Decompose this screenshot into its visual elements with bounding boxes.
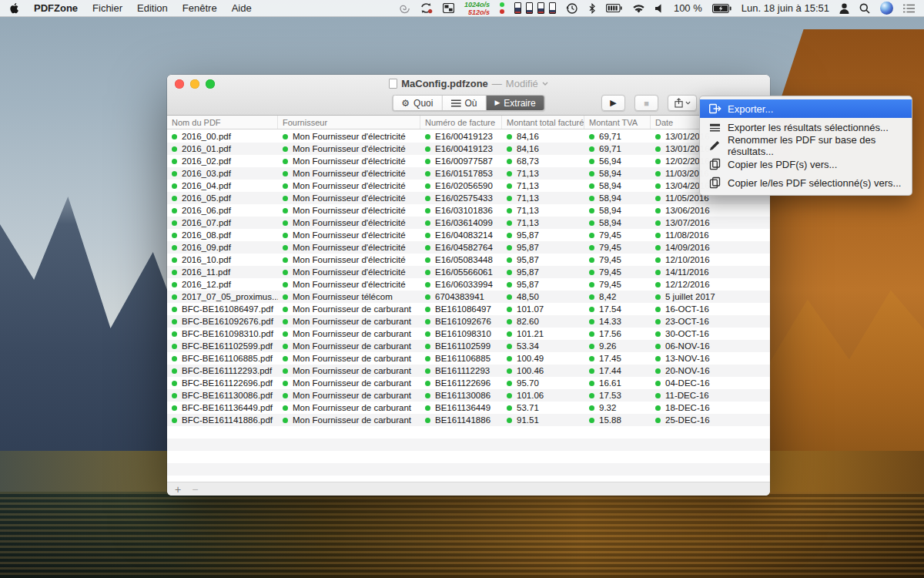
table-cell: 2016_05.pdf — [167, 192, 278, 204]
context-menu-item[interactable]: Renommer les PDF sur base des résultats.… — [700, 136, 912, 155]
apple-menu-icon[interactable] — [9, 2, 19, 14]
table-row[interactable]: 2016_02.pdfMon Fournisseur d'électricité… — [167, 155, 770, 167]
status-dots-indicator[interactable] — [500, 2, 504, 14]
column-header[interactable]: Montant total facturé — [502, 116, 584, 129]
column-header[interactable]: Montant TVA — [584, 116, 651, 129]
table-row[interactable]: 2016_12.pdfMon Fournisseur d'électricité… — [167, 278, 770, 291]
status-dot — [589, 134, 594, 139]
table-row[interactable]: BFC-BE161098310.pdfMon Fournisseur de ca… — [167, 328, 770, 340]
cell-text: BE161122696 — [435, 378, 490, 388]
cell-text: 58,94 — [599, 206, 621, 215]
table-row[interactable]: 2016_05.pdfMon Fournisseur d'électricité… — [167, 192, 770, 204]
table-row[interactable]: 2016_08.pdfMon Fournisseur d'électricité… — [167, 229, 770, 241]
table-row[interactable]: 2016_10.pdfMon Fournisseur d'électricité… — [167, 254, 770, 266]
cell-text: E16/06033994 — [435, 280, 493, 289]
spotlight-search-icon[interactable] — [859, 3, 870, 14]
status-dot — [283, 356, 288, 361]
status-dot — [283, 171, 288, 176]
segment-où[interactable]: Où — [442, 96, 486, 110]
cell-text: 06-NOV-16 — [665, 341, 710, 351]
status-dot — [425, 418, 430, 423]
battery-charging-icon[interactable] — [712, 4, 732, 13]
table-row[interactable]: 2016_09.pdfMon Fournisseur d'électricité… — [167, 241, 770, 254]
context-menu-item[interactable]: Copier les PDF(s) vers... — [700, 155, 912, 173]
table-row[interactable]: BFC-BE161136449.pdfMon Fournisseur de ca… — [167, 402, 770, 414]
remove-row-button[interactable]: − — [192, 484, 198, 495]
segment-extraire[interactable]: ▶Extraire — [486, 96, 544, 110]
sync-status-icon[interactable] — [420, 2, 433, 14]
table-cell: 101.06 — [502, 389, 584, 402]
bluetooth-icon[interactable] — [588, 3, 596, 14]
document-proxy-icon[interactable] — [389, 79, 397, 89]
table-row[interactable]: 2016_04.pdfMon Fournisseur d'électricité… — [167, 180, 770, 192]
table-cell: 13/07/2016 — [651, 217, 770, 229]
status-dot — [655, 171, 661, 176]
table-cell: Mon Fournisseur de carburant — [278, 303, 420, 315]
context-menu-item[interactable]: Copier le/les PDF sélectionné(s) vers... — [700, 173, 912, 192]
menu-bar-item-pdfzone[interactable]: PDFZone — [34, 2, 78, 14]
menu-bar-item-fenêtre[interactable]: Fenêtre — [182, 2, 217, 14]
volume-icon[interactable] — [655, 4, 664, 13]
cell-text: 101.21 — [517, 329, 544, 338]
status-dot — [655, 233, 661, 238]
close-button[interactable] — [175, 79, 184, 89]
table-row[interactable]: 2016_03.pdfMon Fournisseur d'électricité… — [167, 167, 770, 180]
table-row[interactable]: 2016_07.pdfMon Fournisseur d'électricité… — [167, 217, 770, 229]
status-dot — [589, 208, 594, 213]
table-row[interactable]: 2016_06.pdfMon Fournisseur d'électricité… — [167, 204, 770, 217]
add-row-button[interactable]: + — [175, 484, 181, 495]
status-dot — [507, 331, 512, 337]
siri-icon[interactable] — [880, 2, 893, 15]
cell-text: 79,45 — [599, 230, 621, 240]
menu-bar-item-edition[interactable]: Edition — [137, 2, 168, 14]
table-cell: 56,94 — [584, 155, 651, 167]
chevron-down-icon[interactable] — [542, 82, 548, 86]
minimize-button[interactable] — [190, 79, 199, 89]
status-dot — [655, 208, 661, 213]
status-dot — [589, 307, 594, 312]
table-row[interactable]: BFC-BE161122696.pdfMon Fournisseur de ca… — [167, 377, 770, 389]
column-header[interactable]: Numéro de facture — [420, 116, 502, 129]
time-machine-icon[interactable] — [566, 2, 578, 15]
cell-text: 95,87 — [517, 230, 539, 240]
zoom-button[interactable] — [206, 79, 215, 89]
segment-quoi[interactable]: ⚙Quoi — [393, 96, 442, 110]
network-speed-indicator[interactable]: 1024o/s 512o/s — [464, 1, 490, 16]
status-dot — [655, 368, 661, 374]
status-dot — [425, 245, 430, 250]
table-row[interactable]: BFC-BE161141886.pdfMon Fournisseur de ca… — [167, 414, 770, 426]
export-share-button[interactable] — [668, 95, 697, 111]
table-row[interactable]: 2017_07_05_proximus....Mon Fournisseur t… — [167, 291, 770, 303]
column-header[interactable]: Fournisseur — [278, 116, 420, 129]
menu-bar-clock[interactable]: Lun. 18 juin à 15:51 — [742, 2, 829, 14]
table-row[interactable]: BFC-BE161130086.pdfMon Fournisseur de ca… — [167, 389, 770, 402]
spiral-status-icon[interactable] — [397, 2, 410, 15]
notification-center-icon[interactable] — [903, 4, 915, 13]
stop-button[interactable]: ■ — [634, 95, 658, 111]
context-menu-item[interactable]: Exporter... — [700, 99, 912, 118]
wifi-icon[interactable] — [632, 4, 645, 13]
keyboard-battery-icon[interactable] — [606, 4, 622, 12]
user-icon[interactable] — [839, 3, 849, 14]
table-row[interactable]: BFC-BE161112293.pdfMon Fournisseur de ca… — [167, 365, 770, 377]
status-dot — [172, 257, 177, 263]
table-row[interactable]: BFC-BE161092676.pdfMon Fournisseur de ca… — [167, 315, 770, 328]
table-row[interactable]: BFC-BE161106885.pdfMon Fournisseur de ca… — [167, 352, 770, 365]
window-grid-status-icon[interactable] — [443, 3, 454, 13]
cell-text: 17.45 — [599, 354, 621, 363]
table-row[interactable]: 2016_11.pdfMon Fournisseur d'électricité… — [167, 266, 770, 278]
status-dot — [172, 171, 177, 176]
menu-bar-item-aide[interactable]: Aide — [232, 2, 252, 14]
status-dot — [425, 134, 430, 139]
status-dot — [589, 368, 594, 374]
table-row[interactable]: BFC-BE161086497.pdfMon Fournisseur de ca… — [167, 303, 770, 315]
table-cell: 95,87 — [502, 266, 584, 278]
table-cell: 79,45 — [584, 254, 651, 266]
table-row[interactable]: BFC-BE161102599.pdfMon Fournisseur de ca… — [167, 340, 770, 352]
table-row[interactable]: 2016_00.pdfMon Fournisseur d'électricité… — [167, 130, 770, 143]
column-header[interactable]: Nom du PDF — [167, 116, 278, 129]
run-button[interactable]: ▶ — [601, 95, 625, 111]
table-row[interactable]: 2016_01.pdfMon Fournisseur d'électricité… — [167, 143, 770, 155]
gauge-indicators[interactable] — [514, 2, 556, 14]
menu-bar-item-fichier[interactable]: Fichier — [92, 2, 122, 14]
